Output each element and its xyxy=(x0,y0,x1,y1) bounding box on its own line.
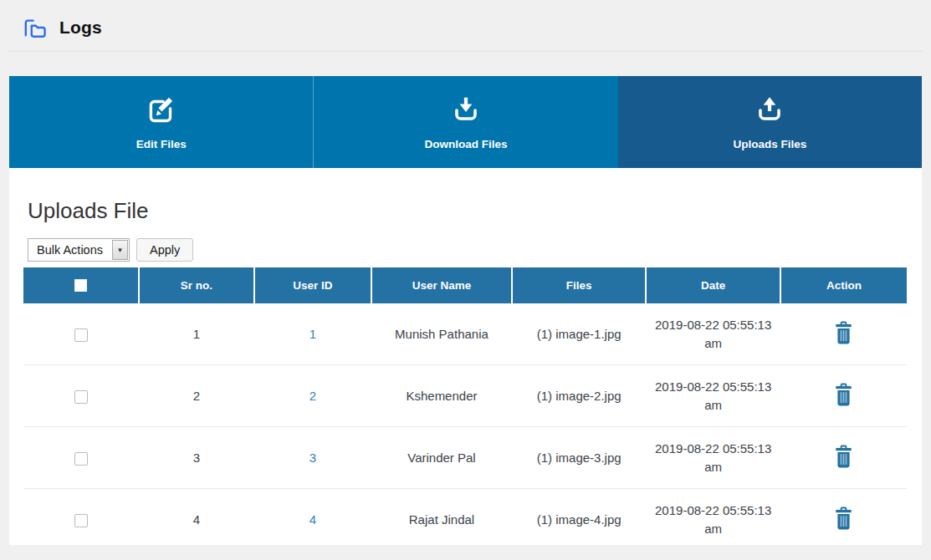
user-id-link[interactable]: 3 xyxy=(309,451,316,465)
user-name-cell: Kshemender xyxy=(371,365,512,427)
files-cell: (1) image-4.jpg xyxy=(512,489,647,551)
files-cell: (1) image-3.jpg xyxy=(512,427,647,489)
date-cell: 2019-08-22 05:55:13 am xyxy=(646,489,780,551)
trash-icon xyxy=(834,321,853,345)
table-row: 3 3 Varinder Pal (1) image-3.jpg 2019-08… xyxy=(23,427,907,489)
trash-icon xyxy=(834,507,853,531)
files-cell: (1) image-1.jpg xyxy=(512,303,647,365)
tab-uploads-files[interactable]: Uploads Files xyxy=(618,76,922,168)
row-select-cell xyxy=(23,303,139,365)
page-header: Logs xyxy=(8,0,923,52)
sr-no-cell: 4 xyxy=(139,489,253,551)
date-cell: 2019-08-22 05:55:13 am xyxy=(646,427,780,489)
download-files-icon xyxy=(448,94,483,129)
files-cell: (1) image-2.jpg xyxy=(512,365,647,427)
column-header-user-id: User ID xyxy=(254,267,371,303)
action-cell xyxy=(780,365,907,427)
date-text: 2019-08-22 05:55:13 am xyxy=(654,440,773,476)
row-checkbox[interactable] xyxy=(74,390,88,404)
bulk-actions-select[interactable]: Bulk Actions ▼ xyxy=(28,238,130,262)
row-checkbox[interactable] xyxy=(74,328,88,342)
sr-no-cell: 1 xyxy=(139,303,253,365)
user-id-cell: 2 xyxy=(254,365,371,427)
tab-edit-files[interactable]: Edit Files xyxy=(9,76,313,168)
user-id-link[interactable]: 4 xyxy=(309,512,316,527)
select-all-header xyxy=(23,267,139,303)
page-title: Logs xyxy=(59,18,102,38)
row-select-cell xyxy=(23,365,139,427)
trash-icon xyxy=(834,445,853,469)
user-id-cell: 3 xyxy=(254,427,371,489)
delete-button[interactable] xyxy=(834,445,853,469)
content-panel: Uploads File Bulk Actions ▼ Apply Sr no.… xyxy=(9,168,922,545)
user-name-cell: Munish Pathania xyxy=(371,303,512,365)
action-cell xyxy=(780,427,907,489)
tab-download-files[interactable]: Download Files xyxy=(313,76,617,168)
sr-no-cell: 3 xyxy=(139,427,253,489)
user-id-link[interactable]: 1 xyxy=(309,327,316,341)
row-select-cell xyxy=(23,427,139,489)
tab-label: Uploads Files xyxy=(733,138,806,150)
user-id-link[interactable]: 2 xyxy=(309,389,316,403)
table-body: 1 1 Munish Pathania (1) image-1.jpg 2019… xyxy=(23,303,907,550)
column-header-action: Action xyxy=(780,267,907,303)
chevron-down-icon: ▼ xyxy=(112,240,128,260)
date-text: 2019-08-22 05:55:13 am xyxy=(654,316,773,353)
tab-label: Edit Files xyxy=(136,138,187,150)
trash-icon xyxy=(834,383,853,407)
date-cell: 2019-08-22 05:55:13 am xyxy=(646,365,780,427)
date-cell: 2019-08-22 05:55:13 am xyxy=(646,303,780,365)
user-name-cell: Rajat Jindal xyxy=(371,489,512,551)
column-header-user-name: User Name xyxy=(371,267,512,303)
table-row: 2 2 Kshemender (1) image-2.jpg 2019-08-2… xyxy=(23,365,907,427)
row-select-cell xyxy=(23,489,139,551)
table-row: 1 1 Munish Pathania (1) image-1.jpg 2019… xyxy=(23,303,907,365)
action-cell xyxy=(780,303,907,365)
uploads-table: Sr no. User ID User Name Files Date Acti… xyxy=(23,267,907,550)
folder-icon xyxy=(22,17,47,38)
user-id-cell: 4 xyxy=(254,489,371,551)
user-name-cell: Varinder Pal xyxy=(371,427,512,489)
tab-bar: Edit Files Download Files Uploads Files xyxy=(9,76,922,168)
bulk-actions-selected: Bulk Actions xyxy=(28,239,111,261)
date-text: 2019-08-22 05:55:13 am xyxy=(654,501,773,538)
table-header-row: Sr no. User ID User Name Files Date Acti… xyxy=(23,267,907,303)
column-header-date: Date xyxy=(646,267,780,303)
row-checkbox[interactable] xyxy=(74,514,88,527)
bulk-actions-row: Bulk Actions ▼ Apply xyxy=(28,238,922,262)
tab-label: Download Files xyxy=(424,138,507,150)
date-text: 2019-08-22 05:55:13 am xyxy=(654,378,773,415)
column-header-sr-no: Sr no. xyxy=(139,267,253,303)
user-id-cell: 1 xyxy=(254,303,371,365)
delete-button[interactable] xyxy=(834,321,853,345)
uploads-files-icon xyxy=(752,94,787,129)
column-header-files: Files xyxy=(512,267,647,303)
delete-button[interactable] xyxy=(834,383,853,407)
section-heading: Uploads File xyxy=(9,168,922,224)
row-checkbox[interactable] xyxy=(74,452,88,466)
edit-files-icon xyxy=(144,94,179,129)
select-all-checkbox[interactable] xyxy=(74,279,87,292)
delete-button[interactable] xyxy=(834,507,853,531)
table-row: 4 4 Rajat Jindal (1) image-4.jpg 2019-08… xyxy=(23,489,907,551)
sr-no-cell: 2 xyxy=(139,365,253,427)
action-cell xyxy=(780,489,907,551)
apply-button[interactable]: Apply xyxy=(136,238,193,262)
